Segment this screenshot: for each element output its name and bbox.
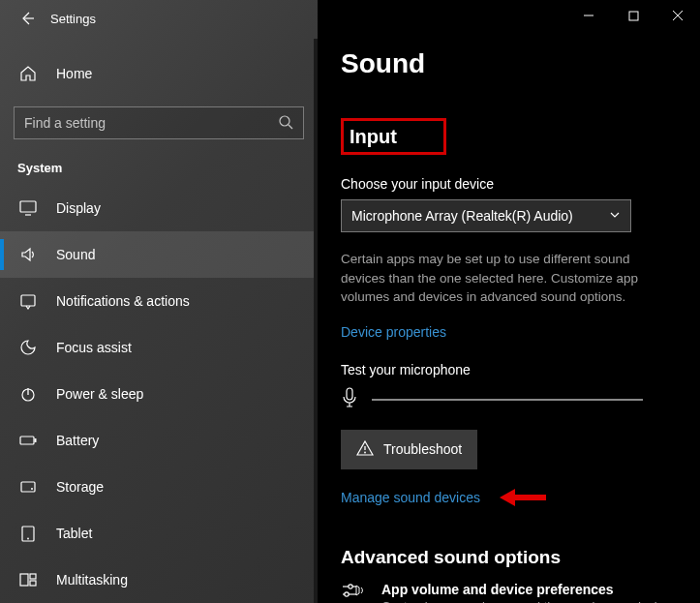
focus-icon <box>17 339 39 356</box>
input-section-header: Input <box>341 118 446 155</box>
test-mic-label: Test your microphone <box>341 362 677 377</box>
svg-rect-5 <box>35 438 37 442</box>
sidebar-item-focus[interactable]: Focus assist <box>0 324 318 371</box>
mic-level-bar <box>372 399 643 401</box>
arrow-left-icon <box>19 11 35 26</box>
sidebar-item-power[interactable]: Power & sleep <box>0 371 318 417</box>
input-device-dropdown[interactable]: Microphone Array (Realtek(R) Audio) <box>341 199 631 232</box>
svg-rect-4 <box>20 437 34 444</box>
svg-rect-10 <box>20 574 28 586</box>
sidebar-item-label: Sound <box>56 247 95 262</box>
sidebar-item-label: Multitasking <box>56 572 128 588</box>
sidebar-item-label: Storage <box>56 479 104 495</box>
warning-icon <box>356 439 374 460</box>
sidebar-item-notify[interactable]: Notifications & actions <box>0 278 318 324</box>
content-pane: Sound Input Choose your input device Mic… <box>318 0 700 603</box>
search-icon <box>278 114 293 133</box>
microphone-icon <box>341 387 358 412</box>
window-controls <box>566 0 700 31</box>
sidebar-nav: DisplaySoundNotifications & actionsFocus… <box>0 185 318 603</box>
close-icon <box>672 10 684 21</box>
troubleshoot-label: Troubleshoot <box>383 441 462 457</box>
storage-icon <box>17 478 39 496</box>
svg-rect-2 <box>21 295 35 306</box>
mic-test-row <box>341 387 677 412</box>
device-properties-link[interactable]: Device properties <box>341 324 446 340</box>
choose-input-label: Choose your input device <box>341 176 677 192</box>
sidebar-item-label: Display <box>56 200 101 216</box>
app-volume-title: App volume and device preferences <box>381 582 677 597</box>
svg-point-9 <box>27 538 29 540</box>
section-label: System <box>17 161 300 175</box>
svg-rect-6 <box>21 482 35 492</box>
sidebar-header: Settings <box>0 0 318 37</box>
sidebar-item-label: Battery <box>56 433 99 448</box>
multitask-icon <box>17 571 39 588</box>
home-icon <box>17 65 39 82</box>
svg-point-17 <box>345 591 349 595</box>
tablet-icon <box>17 525 39 542</box>
manage-sound-devices-link[interactable]: Manage sound devices <box>341 490 480 505</box>
window-title: Settings <box>50 12 96 26</box>
sidebar: Settings Home Find a setting System Disp… <box>0 0 318 603</box>
sidebar-home[interactable]: Home <box>0 54 318 93</box>
annotation-arrow-icon <box>498 487 546 508</box>
svg-rect-14 <box>347 388 352 400</box>
sidebar-item-label: Power & sleep <box>56 386 143 402</box>
sidebar-item-label: Tablet <box>56 526 92 541</box>
page-title: Sound <box>341 48 677 79</box>
sidebar-item-tablet[interactable]: Tablet <box>0 510 318 557</box>
power-icon <box>17 385 39 403</box>
minimize-button[interactable] <box>566 0 611 31</box>
sidebar-item-sound[interactable]: Sound <box>0 231 318 278</box>
notify-icon <box>17 292 39 310</box>
input-note: Certain apps may be set up to use differ… <box>341 250 677 307</box>
svg-rect-13 <box>629 12 638 20</box>
svg-point-7 <box>31 488 33 490</box>
svg-point-16 <box>349 584 352 588</box>
battery-icon <box>17 432 39 449</box>
chevron-down-icon <box>609 208 621 224</box>
troubleshoot-button[interactable]: Troubleshoot <box>341 430 477 469</box>
close-button[interactable] <box>655 0 700 31</box>
sliders-icon <box>341 582 366 603</box>
app-volume-row[interactable]: App volume and device preferences Custom… <box>341 582 677 603</box>
input-device-selected: Microphone Array (Realtek(R) Audio) <box>351 208 573 224</box>
sidebar-item-battery[interactable]: Battery <box>0 417 318 464</box>
sidebar-item-storage[interactable]: Storage <box>0 464 318 510</box>
search-placeholder: Find a setting <box>24 115 106 131</box>
display-icon <box>17 199 39 217</box>
svg-point-15 <box>364 451 366 453</box>
minimize-icon <box>583 10 594 21</box>
sidebar-item-label: Notifications & actions <box>56 293 190 309</box>
maximize-icon <box>628 11 639 21</box>
search-input[interactable]: Find a setting <box>14 106 304 139</box>
back-button[interactable] <box>10 1 45 36</box>
sound-icon <box>17 246 39 263</box>
svg-rect-12 <box>30 581 36 586</box>
maximize-button[interactable] <box>611 0 655 31</box>
sidebar-item-label: Focus assist <box>56 340 132 355</box>
svg-rect-1 <box>20 201 36 212</box>
advanced-heading: Advanced sound options <box>341 547 677 568</box>
svg-point-0 <box>280 116 289 126</box>
sidebar-item-multitask[interactable]: Multitasking <box>0 557 318 603</box>
home-label: Home <box>56 66 92 81</box>
svg-rect-11 <box>30 574 36 579</box>
sidebar-item-display[interactable]: Display <box>0 185 318 231</box>
app-volume-subtitle: Customize app volumes and the speakers o… <box>381 599 677 603</box>
